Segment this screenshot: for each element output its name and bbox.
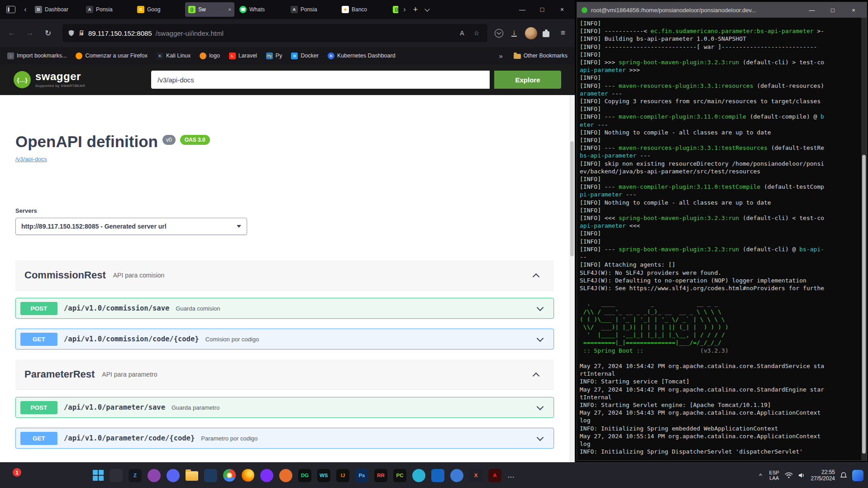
server-select[interactable]: http://89.117.150.152:8085 - Generated s… bbox=[15, 218, 247, 235]
photoshop-icon[interactable]: Ps bbox=[355, 469, 368, 482]
datagrip-icon[interactable]: DG bbox=[298, 469, 311, 482]
method-badge: POST bbox=[20, 401, 57, 414]
scroll-tabs-left-button[interactable]: ‹ bbox=[21, 5, 30, 14]
collapse-section-icon[interactable] bbox=[533, 372, 540, 379]
expand-endpoint-icon[interactable] bbox=[537, 403, 544, 410]
endpoint-row[interactable]: POST/api/v1.0/parameter/saveGuarda param… bbox=[15, 397, 554, 418]
browser-tab[interactable]: ☎Whats bbox=[236, 2, 286, 17]
bookmarks-overflow-button[interactable]: » bbox=[499, 52, 502, 60]
api-section-header[interactable]: ParameterRestAPI para parametro bbox=[15, 359, 554, 390]
firefox-taskbar-icon[interactable] bbox=[242, 469, 254, 482]
pycharm-icon[interactable]: PC bbox=[393, 469, 406, 482]
list-all-tabs-icon[interactable] bbox=[424, 6, 429, 11]
clock[interactable]: 22:55 27/5/2024 bbox=[811, 469, 835, 482]
browser-tab[interactable]: APonsia bbox=[83, 2, 132, 17]
taskbar-overflow-button[interactable]: … bbox=[507, 471, 515, 479]
menu-button[interactable]: ≡ bbox=[556, 26, 570, 40]
webstorm-icon[interactable]: WS bbox=[317, 469, 330, 482]
file-explorer-icon[interactable] bbox=[186, 471, 198, 481]
forward-button[interactable]: → bbox=[23, 26, 37, 40]
browser-tab[interactable]: APonsia bbox=[287, 2, 337, 17]
close-button[interactable]: × bbox=[552, 0, 572, 19]
bookmark-item[interactable]: ↓Import bookmarks... bbox=[7, 53, 67, 59]
profile-avatar[interactable] bbox=[525, 27, 537, 39]
api-section-header[interactable]: CommissionRestAPI para comision bbox=[15, 260, 554, 291]
api-docs-link[interactable]: /v3/api-docs bbox=[15, 156, 47, 163]
terminal-line: INFO: Starting service [Tomcat] bbox=[580, 378, 858, 385]
tab-close-icon[interactable]: × bbox=[229, 7, 231, 12]
bookmark-item[interactable]: DDocker bbox=[291, 53, 319, 59]
pocket-icon[interactable] bbox=[495, 29, 503, 38]
search-app-icon[interactable] bbox=[450, 469, 463, 482]
browser-tab[interactable]: {}Sw× bbox=[185, 2, 234, 17]
taskbar-app-chart-icon[interactable] bbox=[431, 469, 444, 482]
browser-tab[interactable]: GGoog bbox=[134, 2, 183, 17]
taskbar-app-orange-icon[interactable] bbox=[279, 469, 292, 482]
endpoint-row[interactable]: GET/api/v1.0/parameter/code/{code}Parame… bbox=[15, 428, 554, 449]
translate-icon[interactable]: A bbox=[457, 26, 467, 40]
drawio-icon[interactable]: X bbox=[469, 469, 482, 482]
wifi-icon[interactable] bbox=[785, 472, 793, 478]
endpoint-row[interactable]: GET/api/v1.0/commission/code/{code}Comis… bbox=[15, 329, 554, 349]
browser-tab[interactable]: {}Swag bbox=[390, 2, 398, 17]
explore-input[interactable] bbox=[151, 71, 490, 89]
terminal-output[interactable]: [INFO][INFO] -----------< ec.fin.sudamer… bbox=[577, 18, 861, 460]
taskbar-app-z-icon[interactable]: Z bbox=[129, 469, 142, 482]
bookmark-item[interactable]: Comenzar a usar Firefox bbox=[76, 53, 148, 59]
bookmark-star-icon[interactable]: ☆ bbox=[471, 26, 482, 40]
tray-chat-icon[interactable] bbox=[852, 470, 863, 481]
bookmark-item[interactable]: LLaravel bbox=[229, 53, 257, 59]
acrobat-icon[interactable]: A bbox=[488, 469, 501, 482]
start-button[interactable] bbox=[93, 470, 104, 481]
bookmark-item[interactable]: KKali Linux bbox=[157, 53, 191, 59]
expand-endpoint-icon[interactable] bbox=[537, 335, 544, 342]
url-bar[interactable]: 89.117.150.152:8085 /swagger-ui/index.ht… bbox=[62, 24, 487, 42]
taskbar-app-colorwheel-icon[interactable] bbox=[223, 469, 236, 482]
volume-icon[interactable] bbox=[798, 472, 806, 478]
terminal-minimize-button[interactable]: — bbox=[803, 2, 820, 18]
terminal-titlebar[interactable]: root@vmi1864856:/home/ponsianodeloor/pon… bbox=[577, 2, 867, 18]
taskbar-app-violet-icon[interactable] bbox=[260, 469, 273, 482]
terminal-line: SLF4J(W): No SLF4J providers were found. bbox=[580, 269, 858, 277]
maximize-button[interactable]: □ bbox=[532, 0, 552, 19]
browser-tab[interactable]: DDashboar bbox=[32, 2, 81, 17]
taskbar-app-dark-icon[interactable] bbox=[110, 469, 123, 482]
browser-tab[interactable]: ★Banco bbox=[339, 2, 388, 17]
language-indicator[interactable]: ESP LAA bbox=[769, 470, 779, 481]
terminal-scrollbar-thumb[interactable] bbox=[862, 155, 866, 454]
notification-center-icon[interactable] bbox=[840, 472, 847, 479]
tracking-protection-icon[interactable] bbox=[68, 29, 75, 37]
tray-expand-icon[interactable]: ^ bbox=[757, 472, 763, 479]
terminal-scrollbar[interactable] bbox=[861, 18, 867, 460]
taskbar-app-purple-icon[interactable] bbox=[167, 469, 180, 482]
connection-not-secure-icon[interactable] bbox=[78, 30, 85, 36]
extensions-icon[interactable] bbox=[543, 31, 549, 37]
minimize-button[interactable]: — bbox=[512, 0, 532, 19]
rustrover-icon[interactable]: RR bbox=[374, 469, 387, 482]
expand-endpoint-icon[interactable] bbox=[537, 304, 544, 311]
bookmark-item[interactable]: PyPy bbox=[266, 53, 282, 59]
terminal-close-button[interactable]: × bbox=[845, 2, 862, 18]
taskbar-app-teal-icon[interactable] bbox=[412, 469, 425, 482]
laravel-favicon: L bbox=[229, 53, 236, 59]
back-button[interactable]: ← bbox=[5, 26, 19, 40]
bookmark-item[interactable]: KKubernetes Dashboard bbox=[328, 53, 396, 59]
new-tab-button[interactable]: + bbox=[411, 5, 420, 14]
intellij-icon[interactable]: IJ bbox=[336, 469, 349, 482]
other-bookmarks-button[interactable]: Other Bookmarks bbox=[514, 53, 568, 59]
reload-button[interactable]: ↻ bbox=[41, 26, 55, 40]
collapse-section-icon[interactable] bbox=[533, 273, 540, 280]
firefox-view-icon[interactable] bbox=[6, 6, 15, 13]
endpoint-row[interactable]: POST/api/v1.0/commission/saveGuarda comi… bbox=[15, 298, 554, 319]
downloads-icon[interactable]: ↓ bbox=[507, 26, 521, 40]
taskbar-app-music-icon[interactable] bbox=[148, 469, 161, 482]
terminal-maximize-button[interactable]: □ bbox=[824, 2, 841, 18]
taskbar-app-navy-icon[interactable] bbox=[204, 469, 217, 482]
bookmark-item[interactable]: logo bbox=[200, 53, 220, 59]
explore-button[interactable]: Explore bbox=[494, 71, 561, 89]
expand-endpoint-icon[interactable] bbox=[537, 434, 544, 441]
notification-badge[interactable]: 1 bbox=[13, 468, 21, 477]
browser-scrollbar[interactable] bbox=[569, 95, 575, 479]
scroll-tabs-right-button[interactable]: › bbox=[400, 5, 409, 14]
browser-scrollbar-thumb[interactable] bbox=[570, 141, 574, 256]
